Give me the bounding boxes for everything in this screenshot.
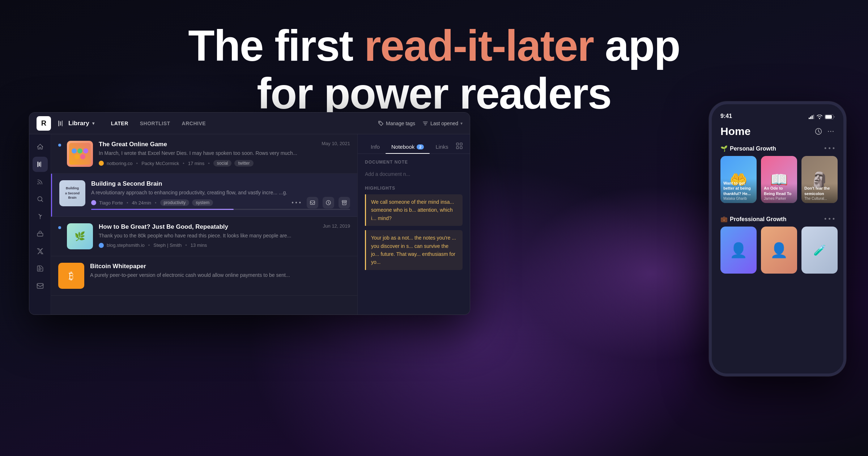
article-excerpt: A purely peer-to-peer version of electro… xyxy=(90,271,350,279)
library-icon xyxy=(58,121,65,126)
article-item-how-to-be-great[interactable]: 🌿 How to Be Great? Just Be Good, Repeata… xyxy=(51,217,357,256)
sidebar-icon-toolbox[interactable] xyxy=(33,226,48,241)
article-item-bitcoin-whitepaper[interactable]: ₿ Bitcoin Whitepaper A purely peer-to-pe… xyxy=(51,256,357,296)
source-dot xyxy=(91,200,96,205)
article-list: The Great Online Game May 10, 2021 In Ma… xyxy=(51,134,358,314)
svg-rect-15 xyxy=(456,143,459,145)
signal-icon xyxy=(809,115,814,119)
phone-card-pro-3[interactable]: 🧪 xyxy=(801,227,838,274)
article-source: notboring.co xyxy=(107,161,133,166)
article-source: Tiago Forte xyxy=(99,200,123,206)
document-icon xyxy=(37,265,44,272)
home-icon xyxy=(37,143,44,151)
library-chevron: ▾ xyxy=(92,121,94,126)
sidebar-icon-mail[interactable] xyxy=(33,278,48,294)
highlight-item-2[interactable]: Your job as a not... the notes you're ..… xyxy=(365,230,463,270)
article-header: Bitcoin Whitepaper xyxy=(90,263,350,270)
source-dot xyxy=(99,161,104,166)
tab-shortlist[interactable]: SHORTLIST xyxy=(135,118,175,128)
article-progress-bar xyxy=(91,209,350,210)
sort-button[interactable]: Last opened ▾ xyxy=(422,121,463,126)
highlights-section: HIGHLIGHTS We call someone of their mind… xyxy=(358,186,470,314)
tag-social[interactable]: social xyxy=(213,160,232,166)
phone-more-icon[interactable] xyxy=(827,127,835,135)
article-source: blog.stephsmith.io xyxy=(107,242,145,248)
library-books-icon xyxy=(37,161,44,168)
article-item-building-second-brain[interactable]: Building a Second Brain Building a Secon… xyxy=(51,174,357,217)
tab-archive[interactable]: ARCHIVE xyxy=(177,118,211,128)
tab-info[interactable]: Info xyxy=(365,140,386,153)
phone-card-pro-2[interactable]: 👤 xyxy=(761,227,797,274)
tab-notebook[interactable]: Notebook 2 xyxy=(386,140,430,153)
article-read-time: 13 mins xyxy=(191,242,207,248)
phone-professional-more[interactable]: • • • xyxy=(824,215,835,223)
svg-point-27 xyxy=(830,131,831,132)
article-content-how-to-be-great: How to Be Great? Just Be Good, Repeatabl… xyxy=(99,223,350,248)
titlebar-actions: Manage tags Last opened ▾ xyxy=(378,121,463,126)
phone-card-ode-to-reading[interactable]: 📖 An Ode to Being Read To James Parker xyxy=(761,156,797,203)
article-meta: notboring.co • Packy McCormick • 17 mins… xyxy=(99,160,350,166)
article-item-great-online-game[interactable]: The Great Online Game May 10, 2021 In Ma… xyxy=(51,134,357,174)
article-author: Packy McCormick xyxy=(141,161,179,166)
notebook-badge: 2 xyxy=(417,144,424,149)
article-title: How to Be Great? Just Be Good, Repeatabl… xyxy=(99,223,228,231)
mail-icon xyxy=(37,282,44,290)
article-read-time: 4h 24min xyxy=(132,200,151,206)
tab-links[interactable]: Links xyxy=(430,140,454,153)
phone-clock-icon[interactable] xyxy=(814,127,822,135)
mail-action-button[interactable] xyxy=(307,197,318,208)
sort-chevron: ▾ xyxy=(460,121,463,126)
manage-tags-button[interactable]: Manage tags xyxy=(378,121,415,126)
phone-time: 9:41 xyxy=(720,113,732,119)
unread-dot xyxy=(58,144,61,147)
article-author: Steph | Smith xyxy=(153,242,182,248)
svg-point-3 xyxy=(379,122,380,123)
phone-header-actions xyxy=(814,127,835,135)
phone-section-more[interactable]: • • • xyxy=(824,145,835,152)
document-note-input[interactable]: Add a document n... xyxy=(365,168,463,180)
tag-system[interactable]: system xyxy=(192,199,213,206)
sidebar-icon-twitter[interactable] xyxy=(33,244,48,259)
phone-card-semicolon[interactable]: 🗿 Don't fear the semicolon The Cultural.… xyxy=(801,156,838,203)
svg-rect-5 xyxy=(39,162,40,166)
more-options-button[interactable]: • • • xyxy=(290,197,302,208)
phone-card-thankful[interactable]: 🤲 Want to get better at being thankful? … xyxy=(720,156,757,203)
twitter-icon xyxy=(37,248,44,255)
article-meta: blog.stephsmith.io • Steph | Smith • 13 … xyxy=(99,242,350,248)
article-title: Building a Second Brain xyxy=(91,180,162,187)
mail-action-icon xyxy=(310,200,315,205)
sidebar-icon-search[interactable] xyxy=(33,191,48,207)
highlight-item-1[interactable]: We call someone of their mind insa... so… xyxy=(365,194,463,226)
highlights-label: HIGHLIGHTS xyxy=(365,186,463,191)
clock-action-button[interactable] xyxy=(323,197,334,208)
sidebar-icon-growth[interactable] xyxy=(33,209,48,224)
svg-rect-1 xyxy=(60,121,61,126)
right-panel-tabs: Info Notebook 2 Links xyxy=(358,134,470,154)
phone-home-title: Home xyxy=(720,125,750,138)
sidebar-icon-home[interactable] xyxy=(33,139,48,155)
tag-productivity[interactable]: productivity xyxy=(160,199,190,206)
phone-mockup: 9:41 xyxy=(709,101,846,376)
phone-notch xyxy=(749,104,807,115)
svg-rect-9 xyxy=(37,233,43,236)
grid-view-button[interactable] xyxy=(456,143,463,151)
nav-library[interactable]: Library ▾ xyxy=(58,120,94,127)
sidebar-icon-document[interactable] xyxy=(33,261,48,276)
svg-point-26 xyxy=(828,131,829,132)
svg-rect-22 xyxy=(813,115,814,119)
phone-card-author-ode: James Parker xyxy=(764,196,794,201)
sidebar xyxy=(29,134,51,314)
tab-later[interactable]: LATER xyxy=(106,118,133,128)
phone-card-pro-1[interactable]: 👤 xyxy=(720,227,757,274)
sidebar-icon-feed[interactable] xyxy=(33,174,48,189)
tag-twitter[interactable]: twitter xyxy=(234,160,253,166)
article-thumbnail-how-to-be-great: 🌿 xyxy=(67,223,93,249)
svg-rect-2 xyxy=(62,121,63,126)
document-note-label: DOCUMENT NOTE xyxy=(365,160,463,165)
wifi-icon xyxy=(817,115,822,119)
archive-action-button[interactable] xyxy=(339,197,350,208)
sidebar-icon-library[interactable] xyxy=(33,157,48,172)
phone-section-header-personal: 🌱 Personal Growth • • • xyxy=(712,145,843,156)
article-date: Jun 12, 2019 xyxy=(323,223,350,229)
svg-rect-10 xyxy=(37,283,43,288)
